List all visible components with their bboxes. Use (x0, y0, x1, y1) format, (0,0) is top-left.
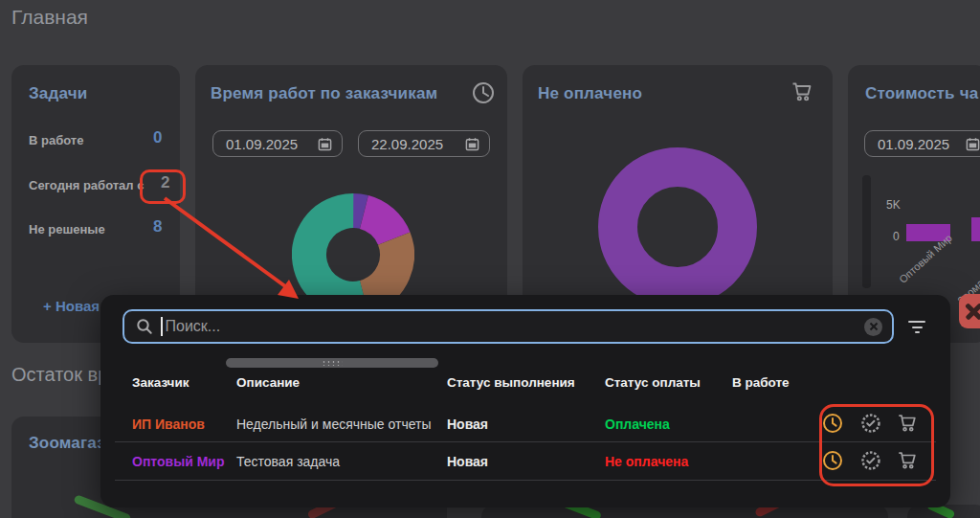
text-caret (161, 317, 163, 336)
row-divider (115, 480, 936, 481)
row1-customer[interactable]: ИП Иванов (132, 417, 205, 432)
tasks-unsolved-value: 8 (153, 217, 162, 236)
vertical-scrollbar[interactable] (862, 175, 871, 288)
annotation-box-value (140, 169, 186, 204)
close-button[interactable] (959, 294, 980, 328)
card-work-time-title: Время работ по заказчикам (211, 84, 437, 103)
col-exec-status: Статус выполнения (447, 375, 575, 390)
row1-payment-status: Оплачена (605, 417, 670, 432)
unpaid-donut-chart (598, 147, 757, 306)
page-title: Главная (11, 6, 88, 29)
calendar-icon[interactable] (966, 137, 980, 151)
row2-description: Тестовая задача (236, 454, 340, 469)
annotation-box-actions (819, 404, 934, 486)
col-description: Описание (236, 375, 300, 390)
section-title-remaining: Остаток вр (11, 364, 108, 386)
date-to-value: 22.09.2025 (371, 136, 443, 152)
scrollbar-grip[interactable] (322, 360, 343, 366)
search-icon (136, 318, 153, 335)
date-value: 01.09.2025 (878, 136, 949, 152)
filter-list-icon[interactable] (907, 321, 926, 337)
row-divider (115, 441, 936, 442)
search-input[interactable]: Поиск... (122, 309, 894, 344)
y-tick-0: 0 (893, 230, 900, 243)
tasks-in-work-label: В работе (29, 133, 83, 147)
calendar-icon[interactable] (318, 137, 332, 151)
row1-description: Недельный и месячные отчеты (236, 417, 432, 432)
new-task-link[interactable]: + Новая (43, 298, 100, 314)
dashboard-page: Главная Задачи В работе 0 Сегодня работа… (0, 0, 980, 518)
date-from-input-2[interactable]: 01.09.2025 (864, 130, 980, 157)
y-tick-5k: 5K (886, 198, 901, 212)
date-to-input[interactable]: 22.09.2025 (358, 130, 490, 157)
clock-icon (471, 80, 496, 105)
row2-status: Новая (447, 454, 488, 469)
row1-status: Новая (447, 417, 488, 432)
cart-icon (791, 80, 813, 103)
date-from-input[interactable]: 01.09.2025 (212, 130, 343, 157)
horizontal-scrollbar[interactable] (226, 358, 438, 368)
bar-zoomagazin (971, 217, 980, 241)
tasks-today-label: Сегодня работал с (29, 178, 144, 192)
col-pay-status: Статус оплаты (605, 375, 701, 390)
row2-payment-status: Не оплачена (605, 454, 688, 469)
date-from-value: 01.09.2025 (226, 136, 298, 152)
calendar-icon[interactable] (465, 137, 479, 151)
col-customer: Заказчик (132, 375, 189, 390)
card-tasks-title: Задачи (29, 84, 87, 103)
col-in-work: В работе (732, 375, 790, 390)
tasks-unsolved-label: Не решеные (29, 222, 105, 236)
card-hour-cost-title: Стоимость ча (865, 84, 978, 103)
clear-icon[interactable] (864, 318, 882, 336)
card-unpaid-title: Не оплачено (538, 84, 642, 103)
search-placeholder: Поиск... (166, 318, 865, 335)
row2-customer[interactable]: Оптовый Мир (132, 454, 224, 469)
tasks-in-work-value: 0 (153, 128, 162, 147)
